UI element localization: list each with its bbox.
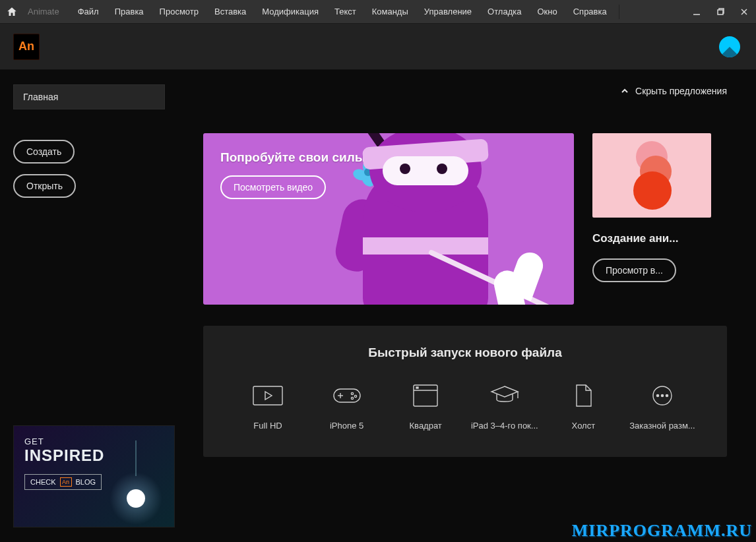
bulb-illustration bbox=[110, 440, 162, 525]
menu-window[interactable]: Окно bbox=[530, 4, 563, 19]
tutorial-card: Создание ани... Просмотр в... bbox=[592, 133, 711, 305]
close-icon bbox=[740, 7, 749, 16]
svg-marker-5 bbox=[265, 392, 272, 400]
profile-avatar[interactable] bbox=[719, 36, 740, 57]
svg-point-9 bbox=[351, 392, 353, 394]
quick-start-panel: Быстрый запуск нового файла Full HD iPho… bbox=[203, 326, 727, 457]
create-button[interactable]: Создать bbox=[13, 140, 75, 164]
chevron-up-icon bbox=[621, 87, 629, 95]
hero-watch-video-button[interactable]: Посмотреть видео bbox=[220, 175, 326, 199]
page-icon bbox=[567, 384, 599, 407]
play-rect-icon bbox=[252, 384, 284, 407]
menu-items: Файл Правка Просмотр Вставка Модификация… bbox=[71, 4, 614, 19]
hide-offers-label: Скрыть предложения bbox=[635, 86, 727, 96]
preset-ipad[interactable]: iPad 3–4-го пок... bbox=[472, 382, 538, 431]
content-area: Главная Создать Открыть GET INSPIRED CHE… bbox=[0, 70, 756, 542]
quick-start-title: Быстрый запуск нового файла bbox=[222, 346, 709, 360]
home-button[interactable] bbox=[0, 0, 24, 24]
window-controls bbox=[685, 0, 756, 24]
tutorial-title: Создание ани... bbox=[592, 232, 711, 245]
svg-point-20 bbox=[666, 394, 668, 396]
open-button[interactable]: Открыть bbox=[13, 174, 76, 198]
svg-rect-1 bbox=[718, 10, 723, 15]
window-icon bbox=[410, 384, 441, 407]
menu-control[interactable]: Управление bbox=[418, 4, 478, 19]
preset-iphone5[interactable]: iPhone 5 bbox=[314, 382, 380, 431]
home-icon bbox=[6, 6, 18, 18]
svg-rect-14 bbox=[416, 387, 418, 388]
preset-label: Заказной разм... bbox=[629, 421, 695, 431]
menu-commands[interactable]: Команды bbox=[365, 4, 415, 19]
watermark-text: MIRPROGRAMM.RU bbox=[572, 521, 752, 541]
preset-label: Full HD bbox=[253, 421, 282, 431]
preset-label: Квадрат bbox=[410, 421, 442, 431]
inspire-blog-label: BLOG bbox=[76, 478, 96, 486]
hide-offers-toggle[interactable]: Скрыть предложения bbox=[621, 86, 727, 96]
menu-help[interactable]: Справка bbox=[567, 4, 614, 19]
menubar-divider bbox=[619, 5, 619, 19]
inspire-banner[interactable]: GET INSPIRED CHECK An BLOG bbox=[13, 425, 175, 527]
preset-square[interactable]: Квадрат bbox=[393, 382, 458, 431]
preset-list: Full HD iPhone 5 Квадрат iPad 3–4-го пок… bbox=[222, 382, 709, 431]
sidebar-actions: Создать Открыть bbox=[13, 140, 172, 198]
app-logo-text: An bbox=[18, 40, 34, 53]
menu-modify[interactable]: Модификация bbox=[255, 4, 325, 19]
menu-view[interactable]: Просмотр bbox=[153, 4, 205, 19]
inspire-check-blog: CHECK An BLOG bbox=[24, 474, 102, 490]
window-close-button[interactable] bbox=[732, 0, 756, 24]
window-restore-button[interactable] bbox=[709, 0, 732, 24]
app-name: Animate bbox=[28, 7, 59, 16]
preset-full-hd[interactable]: Full HD bbox=[235, 382, 301, 431]
ninja-illustration bbox=[317, 133, 534, 305]
graduation-icon bbox=[489, 384, 520, 407]
app-logo: An bbox=[13, 34, 40, 60]
window-minimize-button[interactable] bbox=[685, 0, 709, 24]
svg-point-19 bbox=[661, 394, 663, 396]
tutorial-view-button[interactable]: Просмотр в... bbox=[592, 258, 676, 282]
minimize-icon bbox=[692, 7, 701, 16]
menu-debug[interactable]: Отладка bbox=[481, 4, 528, 19]
gamepad-icon bbox=[331, 384, 363, 407]
svg-point-10 bbox=[354, 395, 356, 397]
sidebar: Главная Создать Открыть GET INSPIRED CHE… bbox=[0, 70, 185, 542]
preset-label: iPad 3–4-го пок... bbox=[471, 421, 538, 431]
inspire-check-label: CHECK bbox=[30, 478, 56, 486]
svg-rect-4 bbox=[253, 386, 282, 405]
restore-icon bbox=[716, 7, 725, 16]
menu-edit[interactable]: Правка bbox=[108, 4, 150, 19]
preset-label: iPhone 5 bbox=[330, 421, 363, 431]
main-panel: Скрыть предложения Попробуйте свои силы … bbox=[185, 70, 756, 542]
hero-card[interactable]: Попробуйте свои силы в Animate Посмотрет… bbox=[203, 133, 574, 305]
inspire-badge: An bbox=[60, 477, 72, 487]
preset-custom-size[interactable]: Заказной разм... bbox=[629, 382, 695, 431]
top-strip: An bbox=[0, 24, 756, 70]
svg-marker-15 bbox=[491, 386, 518, 397]
preset-canvas[interactable]: Холст bbox=[550, 382, 616, 431]
more-icon bbox=[646, 384, 678, 407]
svg-point-11 bbox=[351, 397, 353, 399]
sidebar-tab-home[interactable]: Главная bbox=[13, 84, 165, 109]
offer-cards-row: Попробуйте свои силы в Animate Посмотрет… bbox=[203, 133, 727, 305]
svg-point-18 bbox=[656, 394, 658, 396]
preset-label: Холст bbox=[572, 421, 596, 431]
tutorial-thumbnail[interactable] bbox=[592, 133, 711, 218]
menu-text[interactable]: Текст bbox=[328, 4, 363, 19]
menu-insert[interactable]: Вставка bbox=[208, 4, 253, 19]
menubar: Animate Файл Правка Просмотр Вставка Мод… bbox=[0, 0, 756, 24]
menu-file[interactable]: Файл bbox=[71, 4, 106, 19]
